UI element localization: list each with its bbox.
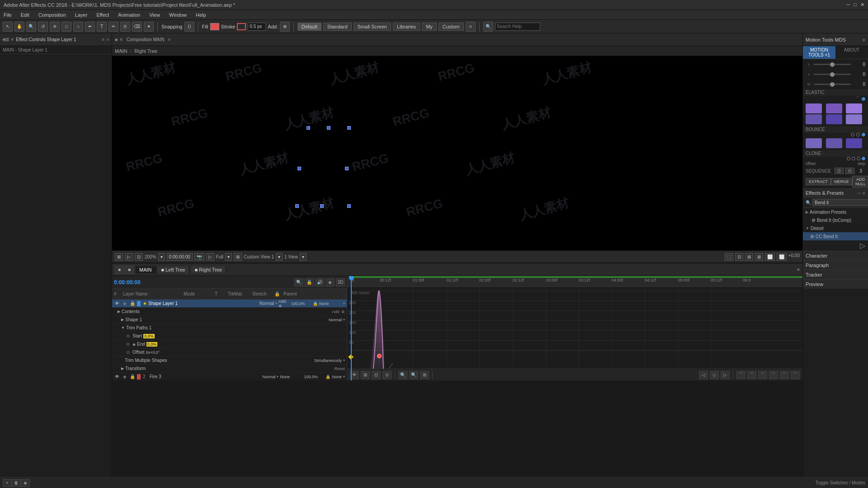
view-count-dropdown[interactable]: ▾ — [300, 253, 307, 261]
graph-zoom-out[interactable]: 🔍 — [409, 371, 418, 379]
add-btn-label[interactable]: Add: ⊕ — [332, 310, 345, 314]
comp-panel-close[interactable]: ✕ — [119, 37, 123, 42]
reset-btn[interactable]: Reset — [334, 366, 345, 371]
motion-tools-menu[interactable]: ≡ — [863, 37, 865, 42]
grid-btn[interactable]: ⊞ — [234, 253, 242, 261]
layer-row[interactable]: ⊙ Start 0,0% — [112, 332, 347, 340]
keyframe-stopwatch[interactable]: ⊙ — [125, 349, 131, 356]
layer-row[interactable]: Trim Multiple Shapes Simultaneously ▾ — [112, 357, 347, 365]
comp-panel-menu[interactable]: ≡ — [168, 37, 170, 42]
color-swatch[interactable] — [826, 103, 842, 113]
search-help-input[interactable] — [495, 23, 540, 31]
slider-thumb-3[interactable] — [830, 82, 835, 87]
close-btn[interactable]: ✕ — [860, 2, 864, 8]
search-btn[interactable]: 🔍 — [483, 22, 493, 32]
color-swatch[interactable] — [846, 103, 862, 113]
ws-custom[interactable]: Custom — [439, 23, 464, 31]
layer-row[interactable]: ⊙ Offset 0x+0,0° — [112, 348, 347, 357]
zoom-dropdown[interactable]: ▾ — [158, 253, 165, 261]
ws-my[interactable]: My — [422, 23, 437, 31]
layer-visibility[interactable]: 👁 — [114, 300, 120, 307]
sub-toggle[interactable]: ▼ — [121, 326, 125, 330]
ease-type3[interactable]: ⌒ — [758, 371, 767, 379]
bounce-radio-3[interactable] — [862, 133, 865, 136]
tracker-header[interactable]: Tracker — [803, 270, 868, 279]
viewer-ctrl-icon1[interactable]: ⊞ — [115, 253, 123, 261]
clone-radio-4[interactable] — [862, 157, 865, 160]
color-swatch[interactable] — [806, 138, 822, 148]
selection-handle[interactable] — [307, 126, 310, 130]
color-swatch[interactable] — [826, 114, 842, 124]
minimize-btn[interactable]: ─ — [847, 2, 850, 8]
stroke-width[interactable] — [248, 23, 266, 31]
text-tool[interactable]: T — [97, 22, 107, 32]
layer-value[interactable]: 0x+0,0° — [146, 350, 160, 355]
tl-solo[interactable]: ◈ — [326, 278, 335, 286]
menu-layer[interactable]: Layer — [73, 11, 90, 19]
cc-bend-it[interactable]: ⚙ CC Bend It — [803, 232, 868, 240]
ease-type1[interactable]: ⌒ — [736, 371, 745, 379]
ease-type5[interactable]: ⌒ — [780, 371, 789, 379]
camera-btn[interactable]: 📷 — [194, 253, 204, 261]
slider-track-2[interactable] — [814, 74, 851, 75]
color-swatch[interactable] — [806, 103, 822, 113]
menu-animation[interactable]: Animation — [116, 11, 142, 19]
selection-handle[interactable] — [345, 167, 349, 170]
layer-mode-arrow[interactable]: ▾ — [275, 301, 277, 305]
layer-visibility[interactable]: 👁 — [114, 374, 120, 380]
viewer-btn2[interactable]: ⊡ — [735, 253, 743, 261]
add-null-btn[interactable]: ADD NULL — [852, 176, 868, 188]
effect-controls-tab[interactable]: ect — [3, 37, 9, 42]
ws-standard[interactable]: Standard — [323, 23, 352, 31]
timecode-btn[interactable]: 0:00:00:00 — [167, 253, 193, 261]
rect-tool[interactable]: □ — [61, 22, 71, 32]
puppet-tool[interactable]: ✦ — [144, 22, 154, 32]
layer-row[interactable]: ▶ Transform Reset — [112, 365, 347, 373]
clone-tool[interactable]: ⎘ — [120, 22, 130, 32]
trim-arrow[interactable]: ▾ — [343, 358, 345, 362]
menu-view[interactable]: View — [147, 11, 162, 19]
play-btn[interactable]: ▷ — [206, 253, 214, 261]
layer-mode-arrow[interactable]: ▾ — [277, 375, 278, 379]
layer-lock[interactable]: 🔒 — [129, 300, 136, 307]
anchor-tool[interactable]: ✛ — [50, 22, 60, 32]
work-area-bar[interactable] — [351, 276, 802, 278]
color-swatch[interactable] — [846, 138, 862, 148]
fill-color[interactable] — [210, 23, 219, 30]
ws-overflow[interactable]: » — [466, 22, 476, 32]
effects-search-input[interactable] — [812, 199, 868, 206]
layer-row[interactable]: ▶ Shape 1 Normal ▾ — [112, 316, 347, 324]
slider-val-1[interactable]: 0 — [853, 62, 865, 67]
color-swatch[interactable] — [846, 114, 862, 124]
viewer-ctrl-icon2[interactable]: ▷ — [125, 253, 133, 261]
ease-btn3[interactable]: ▷ — [721, 371, 730, 379]
layer-parent-arrow[interactable]: ▾ — [343, 301, 345, 305]
seq-val[interactable]: 3 — [856, 169, 865, 174]
ellipse-tool[interactable]: ○ — [73, 22, 83, 32]
close-panel-btn[interactable]: ✕ — [10, 37, 14, 42]
seq-icon-1[interactable]: ⟨⟩ — [835, 168, 844, 174]
menu-window[interactable]: Window — [167, 11, 189, 19]
viewer-btn1[interactable]: ⬚ — [725, 253, 733, 261]
timeline-tab-righttree[interactable]: ■ Right Tree — [191, 266, 226, 273]
bend-it-tocomp[interactable]: ⚙ Bend It (toComp) — [803, 216, 868, 224]
ease-type4[interactable]: ⌒ — [769, 371, 778, 379]
seq-icon-2[interactable]: ⟨⟩ — [845, 168, 854, 174]
panel-expand-btn[interactable]: » — [106, 37, 109, 42]
current-timecode[interactable]: 0:00:00:00 — [114, 279, 141, 286]
distort-group[interactable]: ▼ Distort — [803, 224, 868, 232]
zoom-level[interactable]: 200% — [145, 254, 156, 259]
color-swatch[interactable] — [806, 114, 822, 124]
tl-magnify[interactable]: 🔍 — [294, 278, 303, 286]
ease-type2[interactable]: ⌒ — [747, 371, 756, 379]
motion-tab-tools[interactable]: MOTION TOOLS ×1 — [803, 46, 835, 59]
keyframe[interactable] — [348, 354, 353, 359]
preview-header[interactable]: Preview — [803, 280, 868, 289]
ease-btn2[interactable]: ◇ — [710, 371, 719, 379]
layer-solo[interactable]: ◈ — [122, 374, 128, 380]
snapping-toggle[interactable]: ⟨⟩ — [184, 22, 194, 32]
graph-area[interactable]: 0f 00:12f 01:00f 01:12f 02:00f 02:12f 03… — [347, 276, 802, 380]
slider-thumb-2[interactable] — [830, 72, 835, 77]
sub-toggle[interactable]: ▶ — [121, 318, 124, 322]
shape-mode-arrow[interactable]: ▾ — [343, 318, 345, 322]
